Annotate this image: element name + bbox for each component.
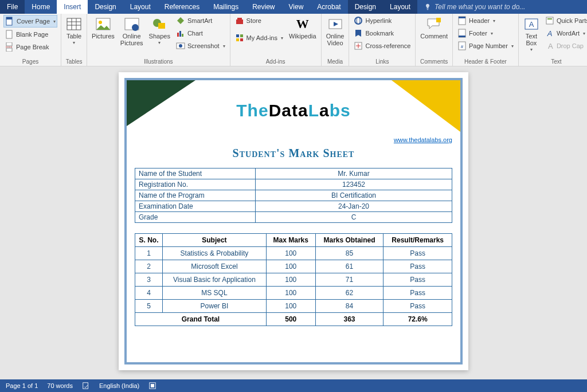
website-link[interactable]: www.thedatalabs.org (394, 136, 452, 143)
page-number-button[interactable]: #Page Number▾ (456, 40, 515, 52)
bookmark-icon (354, 29, 363, 38)
footer-label: Footer (469, 30, 487, 37)
svg-rect-25 (240, 38, 243, 41)
info-key: Name of the Student (135, 168, 256, 179)
info-row: Name of the ProgramBI Certification (135, 190, 452, 201)
info-val: 24-Jan-20 (256, 201, 452, 212)
info-key: Registration No. (135, 179, 256, 190)
tab-insert[interactable]: Insert (57, 0, 88, 14)
bookmark-button[interactable]: Bookmark (353, 28, 412, 39)
tab-references[interactable]: References (158, 0, 206, 14)
student-info-table: Name of the StudentMr. Kumar Registratio… (135, 168, 452, 223)
group-comments: Comment Comments (416, 14, 453, 66)
svg-point-28 (357, 17, 360, 24)
logo-part2: Data (269, 101, 308, 120)
footer-button[interactable]: Footer▾ (456, 28, 515, 39)
smartart-button[interactable]: SmartArt (175, 15, 226, 26)
info-val: Mr. Kumar (256, 168, 452, 179)
tab-home[interactable]: Home (25, 0, 57, 14)
spellcheck-icon (82, 382, 90, 390)
quick-parts-button[interactable]: Quick Parts (544, 15, 587, 26)
banner-left-shape (127, 80, 195, 126)
shapes-button[interactable]: Shapes▾ (148, 15, 171, 46)
smartart-label: SmartArt (187, 17, 212, 24)
smartart-icon (176, 16, 185, 25)
col-sno: S. No. (135, 234, 163, 247)
drop-cap-button[interactable]: ADrop Cap▾ (544, 40, 587, 52)
wikipedia-button[interactable]: WWikipedia (288, 15, 318, 41)
tab-review[interactable]: Review (245, 0, 281, 14)
pictures-button[interactable]: Pictures (91, 15, 116, 41)
document-workspace[interactable]: TheDataLabs www.thedatalabs.org Student'… (0, 66, 587, 379)
tab-mailings[interactable]: Mailings (206, 0, 245, 14)
page-break-button[interactable]: Page Break (3, 41, 57, 53)
group-links: Hyperlink Bookmark Cross-reference Links (349, 14, 416, 66)
group-label-text: Text (522, 58, 587, 66)
macro-icon (148, 382, 156, 390)
page-number-icon: # (457, 41, 467, 50)
brand-logo: TheDataLabs (236, 101, 350, 120)
col-result: Result/Remarks (383, 234, 452, 247)
status-language[interactable]: English (India) (99, 382, 139, 389)
comment-label: Comment (420, 33, 448, 40)
status-macro[interactable] (148, 382, 156, 390)
page-break-icon (5, 42, 14, 52)
status-page[interactable]: Page 1 of 1 (6, 382, 38, 389)
tab-file[interactable]: File (0, 0, 25, 14)
quick-parts-icon (545, 16, 554, 25)
svg-rect-24 (236, 38, 239, 41)
website-link-wrap: www.thedatalabs.org (135, 136, 452, 143)
cover-page-label: Cover Page (17, 18, 50, 25)
tab-design[interactable]: Design (88, 0, 123, 14)
screenshot-button[interactable]: Screenshot▾ (175, 40, 226, 52)
store-button[interactable]: Store (234, 15, 284, 26)
col-max: Max Marks (266, 234, 315, 247)
header-button[interactable]: Header▾ (456, 15, 515, 26)
ribbon: Cover Page▾ Blank Page Page Break Pages … (0, 14, 587, 66)
tell-me-search[interactable]: Tell me what you want to do... (417, 0, 587, 14)
tab-table-design[interactable]: Design (348, 0, 383, 14)
marks-row: 2Microsoft Excel10061Pass (135, 260, 452, 273)
wordart-button[interactable]: AWordArt▾ (544, 28, 587, 39)
page-content: TheDataLabs www.thedatalabs.org Student'… (124, 78, 463, 364)
tab-view[interactable]: View (282, 0, 311, 14)
table-button[interactable]: Table▾ (65, 15, 83, 46)
hyperlink-button[interactable]: Hyperlink (353, 15, 412, 26)
svg-text:A: A (547, 29, 553, 38)
tell-me-placeholder: Tell me what you want to do... (435, 3, 525, 11)
group-illustrations: Pictures Online Pictures Shapes▾ SmartAr… (87, 14, 230, 66)
table-label: Table (66, 33, 81, 40)
status-word-count[interactable]: 70 words (47, 382, 73, 389)
page-number-label: Page Number (469, 42, 508, 49)
blank-page-icon (5, 30, 14, 39)
info-val: 123452 (256, 179, 452, 190)
cover-page-button[interactable]: Cover Page▾ (3, 15, 57, 28)
hyperlink-icon (354, 16, 363, 25)
tab-layout[interactable]: Layout (123, 0, 158, 14)
svg-rect-30 (436, 18, 441, 22)
logo-part1: The (236, 101, 268, 120)
comment-button[interactable]: Comment (419, 15, 449, 41)
tab-acrobat[interactable]: Acrobat (310, 0, 347, 14)
text-box-label: Text Box (526, 33, 537, 46)
my-addins-button[interactable]: My Add-ins▾ (234, 32, 284, 44)
svg-rect-39 (546, 17, 553, 24)
header-icon (457, 16, 467, 25)
cross-reference-label: Cross-reference (365, 42, 410, 49)
marks-row: 5Power BI10084Pass (135, 300, 452, 313)
blank-page-button[interactable]: Blank Page (3, 29, 57, 40)
online-pictures-label: Online Pictures (120, 33, 143, 46)
drop-cap-icon: A (545, 41, 554, 50)
tab-table-layout[interactable]: Layout (383, 0, 417, 14)
comment-icon (426, 16, 442, 32)
cross-reference-button[interactable]: Cross-reference (353, 40, 412, 52)
text-box-button[interactable]: AText Box▾ (522, 15, 541, 53)
info-key: Grade (135, 212, 256, 223)
online-video-button[interactable]: Online Video (325, 15, 346, 48)
chart-label: Chart (187, 30, 203, 37)
logo-part3: L (308, 101, 319, 120)
chart-button[interactable]: Chart (175, 28, 226, 39)
info-val: C (256, 212, 452, 223)
online-pictures-button[interactable]: Online Pictures (119, 15, 144, 48)
status-spellcheck[interactable] (82, 382, 90, 390)
